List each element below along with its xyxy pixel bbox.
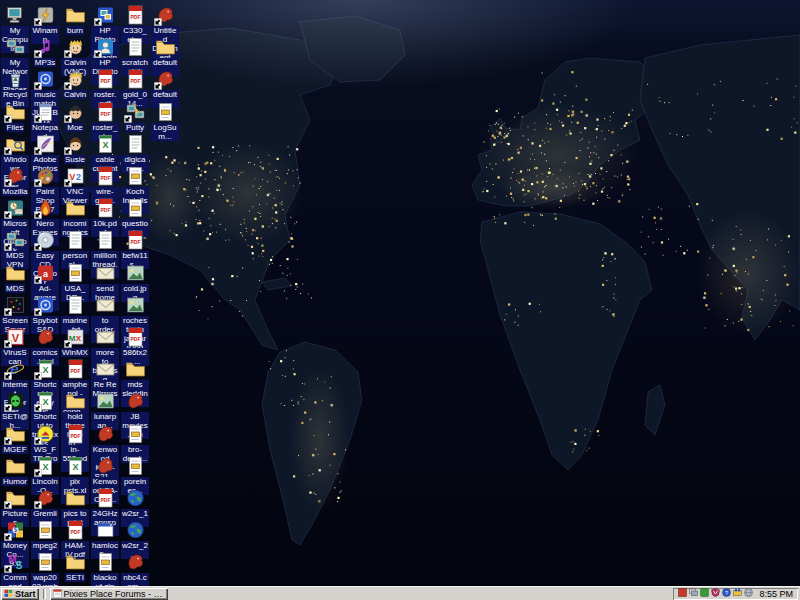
folder-icon — [5, 488, 26, 508]
icon-label: Command Prompt — [1, 573, 29, 586]
svg-text:PDF: PDF — [70, 368, 80, 374]
tray-icon-plug[interactable] — [733, 588, 742, 599]
explorer-icon — [5, 134, 26, 154]
icon-label: Humor — [2, 477, 28, 486]
mozdoc-icon — [35, 327, 56, 347]
desktop-icon[interactable]: Moe — [61, 102, 89, 132]
desktop-icon[interactable]: MGEF — [1, 424, 29, 454]
pdf-icon: PDF — [95, 102, 116, 122]
start-button[interactable]: Start — [1, 588, 39, 600]
hpdirector-icon — [95, 37, 116, 57]
icon-label: MP3s — [34, 58, 56, 67]
svg-text:2: 2 — [75, 172, 80, 182]
desktop-icon[interactable]: Susie — [61, 134, 89, 164]
mozdoc-icon — [35, 488, 56, 508]
icon-label: MGEF — [2, 445, 27, 454]
calvin-icon — [65, 37, 86, 57]
svg-text:X: X — [42, 365, 48, 375]
doczip-icon — [35, 520, 56, 540]
doczip-icon — [95, 552, 116, 572]
desktop-icon[interactable]: wap2002 web in... — [31, 552, 59, 586]
doczip-icon — [125, 198, 146, 218]
tray-icon-monitors[interactable] — [689, 588, 698, 599]
pdf-icon: PDF — [125, 230, 146, 250]
computer-icon — [5, 5, 26, 25]
folder-icon — [65, 552, 86, 572]
text-icon — [95, 230, 116, 250]
icon-label: blackout.zip — [91, 573, 119, 586]
svg-text:PDF: PDF — [70, 529, 80, 535]
svg-text:PDF: PDF — [100, 175, 110, 181]
mozdoc-icon — [155, 69, 176, 89]
tray-icon-red[interactable] — [678, 588, 687, 599]
taskbar-task-button[interactable]: Pixies Place Forums - Pos... — [50, 588, 168, 600]
text-icon — [65, 230, 86, 250]
desktop-icon[interactable]: Humor — [1, 456, 29, 486]
outlook-icon — [5, 198, 26, 218]
hpphoto-icon — [95, 5, 116, 25]
folder-icon — [5, 263, 26, 283]
desktop-icon[interactable]: Mozilla — [1, 166, 29, 196]
doczip-icon — [125, 424, 146, 444]
notepad-icon — [35, 102, 56, 122]
excel-icon: X — [35, 391, 56, 411]
desktop-icon[interactable]: MP3s — [31, 37, 59, 67]
ie-icon: e — [5, 359, 26, 379]
wsftp-icon — [35, 424, 56, 444]
icon-label: Mozilla — [2, 187, 29, 196]
desktop-icon[interactable]: MSCommand Prompt — [1, 552, 29, 586]
doczip-icon — [155, 102, 176, 122]
text-icon — [125, 134, 146, 154]
svg-text:X: X — [72, 462, 78, 472]
tray-icon-green[interactable] — [700, 588, 709, 599]
desktop-icon[interactable]: burn — [61, 5, 89, 35]
icon-label: Moe — [66, 123, 84, 132]
folder-icon — [5, 456, 26, 476]
excel-icon: X — [95, 134, 116, 154]
winmx-icon: MX — [65, 327, 86, 347]
calvin-icon — [65, 69, 86, 89]
susie-icon — [65, 134, 86, 154]
icon-label: burn — [66, 26, 84, 35]
window-icon — [95, 520, 116, 540]
desktop-icon[interactable]: Putty — [121, 102, 149, 132]
mozdoc-icon — [125, 391, 146, 411]
svg-text:PDF: PDF — [130, 78, 140, 84]
taskbar: Start Pixies Place Forums - Pos... ?8:55… — [0, 586, 800, 600]
network-icon — [5, 230, 26, 250]
tray-icon-shield[interactable] — [711, 588, 720, 599]
desktop[interactable]: My ComputerWinampburnHP Photo & ImagingP… — [0, 0, 800, 586]
text-icon — [125, 37, 146, 57]
folder-icon — [5, 102, 26, 122]
svg-text:X: X — [42, 397, 48, 407]
folder-icon — [65, 391, 86, 411]
svg-text:X: X — [75, 334, 81, 343]
folder-icon — [125, 359, 146, 379]
envelope-icon — [95, 359, 116, 379]
system-tray: ?8:55 PM — [673, 588, 798, 600]
desktop-icon[interactable]: Files — [1, 102, 29, 132]
globe-icon — [125, 520, 146, 540]
icon-label: Susie — [64, 155, 86, 164]
adaware-icon: a — [35, 263, 56, 283]
desktop-icon[interactable]: LogSum... — [151, 102, 179, 141]
desktop-icon[interactable]: MXWinMX — [61, 327, 89, 357]
desktop-icon[interactable]: blackout.zip — [91, 552, 119, 586]
svg-text:PDF: PDF — [100, 78, 110, 84]
winamp-icon — [35, 5, 56, 25]
appblue-icon — [35, 295, 56, 315]
pdf-icon: PDF — [125, 5, 146, 25]
desktop-icon[interactable]: nbc4.com - Consum... — [121, 552, 149, 586]
svg-text:X: X — [102, 140, 108, 150]
desktop-icon[interactable]: Calvin — [61, 69, 89, 99]
icon-label: SETI — [65, 573, 85, 582]
svg-text:PDF: PDF — [130, 239, 140, 245]
desktop-icon[interactable]: MDS — [1, 263, 29, 293]
desktop-icon[interactable]: SETI — [61, 552, 89, 582]
svg-text:S: S — [15, 560, 22, 571]
excel-icon: X — [35, 359, 56, 379]
tray-icon-blue[interactable]: ? — [722, 588, 731, 599]
svg-text:PDF: PDF — [100, 497, 110, 503]
tray-icon-globe[interactable] — [744, 588, 753, 599]
taskbar-clock[interactable]: 8:55 PM — [759, 589, 793, 599]
